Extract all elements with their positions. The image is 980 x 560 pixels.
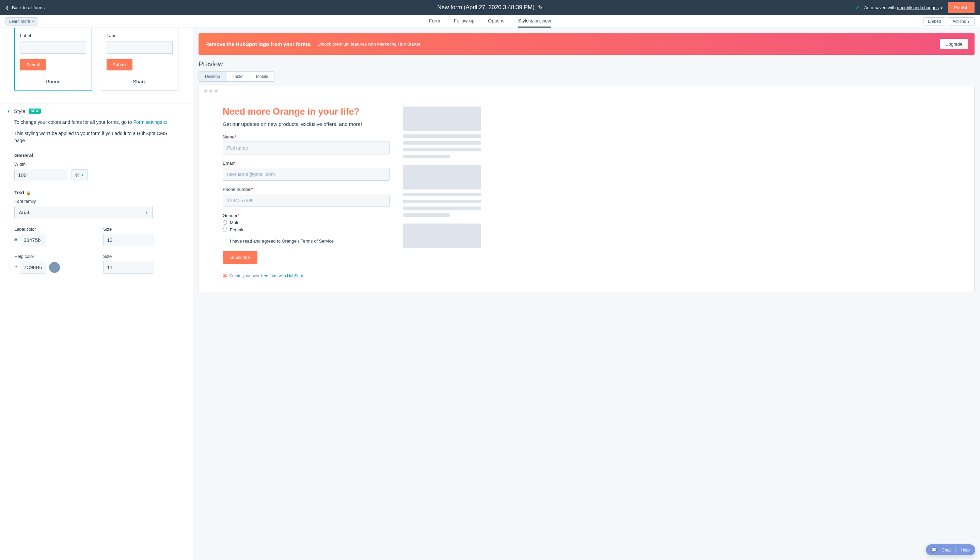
caret-down-icon: ▼ bbox=[967, 20, 970, 23]
label-color-swatch[interactable] bbox=[49, 235, 60, 246]
chevron-left-icon: ❮ bbox=[5, 5, 9, 10]
preview-heading: Preview bbox=[193, 60, 980, 72]
external-link-icon: ⧉ bbox=[164, 119, 167, 125]
gender-female-option[interactable]: Female bbox=[223, 227, 390, 232]
gender-male-option[interactable]: Male bbox=[223, 220, 390, 225]
font-family-label: Font family bbox=[14, 199, 179, 204]
hubspot-credit: ✱ Create your own free form with HubSpot bbox=[223, 273, 390, 279]
help-size-input[interactable] bbox=[104, 261, 154, 273]
shape-field-label: Label bbox=[107, 33, 173, 38]
embed-button[interactable]: Embed bbox=[923, 17, 945, 25]
width-input-wrap: ▲ ▼ bbox=[14, 169, 68, 181]
preview-form-sub: Get our updates on new products, exclusi… bbox=[223, 121, 390, 127]
hubspot-logo-icon: ✱ bbox=[223, 273, 227, 279]
lock-icon: 🔒 bbox=[26, 190, 31, 195]
upgrade-banner: Remove the HubSpot logo from your forms.… bbox=[199, 33, 975, 55]
tab-form[interactable]: Form bbox=[429, 15, 440, 28]
banner-subtitle: Unlock premium features with Marketing H… bbox=[318, 42, 421, 47]
width-unit-select[interactable]: % ▼ bbox=[72, 170, 87, 181]
shape-sample-input bbox=[20, 42, 86, 54]
learn-more-dropdown[interactable]: Learn more ▼ bbox=[5, 17, 38, 25]
caret-down-icon: ▼ bbox=[145, 211, 148, 214]
tab-followup[interactable]: Follow-up bbox=[454, 15, 475, 28]
shape-name-sharp: Sharp bbox=[107, 78, 173, 84]
help-label[interactable]: Help bbox=[961, 547, 970, 553]
label-color-input[interactable] bbox=[20, 234, 46, 246]
back-to-forms[interactable]: ❮ Back to all forms bbox=[5, 5, 45, 10]
shape-field-label: Label bbox=[20, 33, 86, 38]
help-color-label: Help color bbox=[14, 254, 90, 259]
style-description: To change your colors and fonts for all … bbox=[14, 119, 179, 126]
subsection-general: General bbox=[14, 152, 179, 158]
hash-symbol: # bbox=[14, 237, 17, 243]
upgrade-button[interactable]: Upgrade bbox=[940, 39, 968, 49]
help-size-wrap: ▲ ▼ bbox=[103, 261, 154, 273]
caret-down-icon: ▼ bbox=[31, 20, 34, 23]
font-family-select[interactable]: Arial ▼ bbox=[14, 206, 152, 219]
help-size-label: Size bbox=[103, 254, 179, 259]
email-label: Email* bbox=[223, 161, 390, 166]
width-label: Width bbox=[14, 162, 179, 167]
preview-form-heading: Need more Orange in your life? bbox=[223, 107, 390, 117]
gender-label: Gender* bbox=[223, 213, 390, 218]
shape-option-round[interactable]: Label Submit Round bbox=[14, 28, 92, 91]
subscribe-button[interactable]: Subscribe bbox=[223, 251, 258, 264]
shape-sample-input bbox=[107, 42, 173, 54]
tab-options[interactable]: Options bbox=[488, 15, 504, 28]
device-tab-mobile[interactable]: Mobile bbox=[250, 72, 274, 81]
label-size-label: Size bbox=[103, 227, 179, 232]
page-title: New form (April 27, 2020 3:48:39 PM) bbox=[437, 4, 534, 11]
check-icon: ✓ bbox=[856, 5, 860, 10]
edit-title-icon[interactable]: ✎ bbox=[538, 4, 543, 11]
shape-sample-submit: Submit bbox=[20, 59, 46, 70]
autosave-status[interactable]: Auto-saved with unpublished changes ▼ bbox=[864, 5, 943, 10]
browser-dots bbox=[199, 86, 974, 96]
caret-down-icon: ▼ bbox=[940, 7, 943, 10]
phone-label: Phone number* bbox=[223, 187, 390, 192]
shape-option-sharp[interactable]: Label Submit Sharp bbox=[101, 28, 179, 91]
label-size-wrap: ▲ ▼ bbox=[103, 234, 154, 246]
chat-icon: 💬 bbox=[931, 547, 937, 553]
name-field[interactable] bbox=[223, 142, 390, 155]
label-size-input[interactable] bbox=[104, 234, 154, 246]
tos-checkbox[interactable]: I have read and agreed to Orange's Terms… bbox=[223, 238, 390, 243]
free-form-link[interactable]: free form with HubSpot bbox=[261, 273, 303, 278]
back-label: Back to all forms bbox=[12, 5, 45, 10]
hash-symbol: # bbox=[14, 264, 17, 270]
subsection-text: Text 🔒 bbox=[14, 190, 179, 195]
actions-dropdown[interactable]: Actions ▼ bbox=[948, 17, 975, 25]
label-color-label: Label color bbox=[14, 227, 90, 232]
help-color-swatch[interactable] bbox=[49, 262, 60, 273]
browser-preview-frame: Need more Orange in your life? Get our u… bbox=[199, 86, 975, 293]
device-tab-tablet[interactable]: Tablet bbox=[226, 72, 250, 81]
name-label: Name* bbox=[223, 134, 390, 140]
device-tab-desktop[interactable]: Desktop bbox=[199, 72, 226, 81]
shape-name-round: Round bbox=[20, 78, 86, 84]
phone-field[interactable] bbox=[223, 194, 390, 207]
chat-label[interactable]: Chat bbox=[942, 547, 951, 553]
width-input[interactable] bbox=[15, 169, 68, 181]
help-color-input[interactable] bbox=[20, 261, 46, 273]
style-note: This styling won't be applied to your fo… bbox=[14, 130, 179, 144]
publish-button[interactable]: Publish bbox=[948, 2, 975, 13]
preview-sidebar-skeleton bbox=[403, 107, 481, 279]
email-field[interactable] bbox=[223, 168, 390, 181]
new-badge: NEW bbox=[28, 108, 40, 113]
marketing-hub-link[interactable]: Marketing Hub Starter. bbox=[377, 42, 421, 47]
caret-down-icon: ▼ bbox=[81, 173, 84, 177]
chevron-down-icon[interactable]: ▼ bbox=[7, 109, 10, 113]
banner-title: Remove the HubSpot logo from your forms. bbox=[205, 41, 311, 47]
section-title-style: Style bbox=[14, 108, 25, 114]
shape-sample-submit: Submit bbox=[107, 59, 132, 70]
form-settings-link[interactable]: Form settings ⧉ bbox=[133, 119, 167, 125]
tab-style-preview[interactable]: Style & preview bbox=[518, 15, 551, 28]
chat-help-widget[interactable]: 💬 Chat Help bbox=[926, 544, 975, 555]
